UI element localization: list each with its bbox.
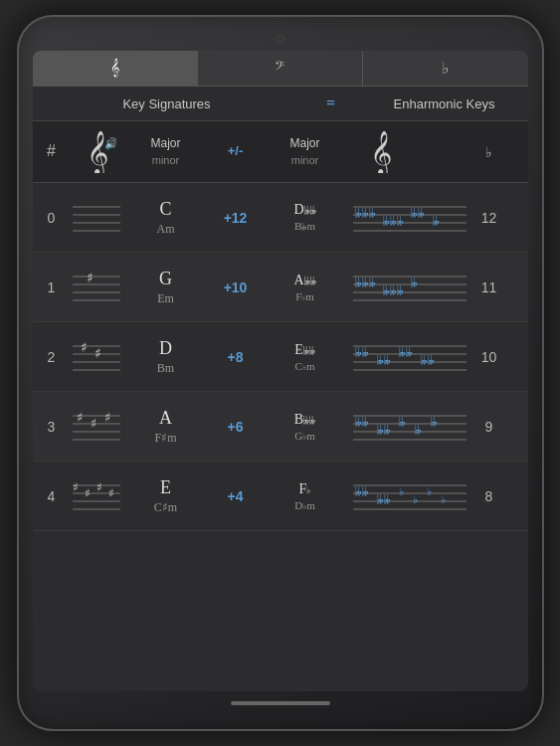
key-name: D Bm: [126, 338, 206, 376]
svg-text:𝄫𝄫: 𝄫𝄫: [355, 485, 369, 497]
sharps-count: 2: [37, 349, 67, 365]
svg-text:𝄫𝄫: 𝄫𝄫: [355, 416, 369, 428]
svg-text:𝄫𝄫: 𝄫𝄫: [377, 354, 391, 366]
svg-text:𝄫𝄫𝄫: 𝄫𝄫𝄫: [383, 215, 404, 227]
enharmonic-staff: 𝄫𝄫𝄫 𝄫𝄫𝄫 𝄫𝄫 𝄫: [345, 199, 474, 237]
offset: +4: [206, 488, 266, 504]
staff-area: ♯: [67, 267, 126, 308]
enh-staff-col-header: 𝄞: [345, 127, 474, 176]
enharmonic-name: D𝄫𝄫 B𝄫m: [266, 202, 345, 233]
enharmonic-name: E𝄫𝄫 C♭m: [266, 342, 345, 372]
tab-bar: 𝄞 𝄢 ♭: [33, 51, 528, 87]
svg-text:𝄫𝄫: 𝄫𝄫: [421, 354, 435, 366]
svg-text:𝄫𝄫: 𝄫𝄫: [377, 493, 391, 505]
tab-bass-flat[interactable]: ♭: [363, 51, 527, 86]
svg-text:♯: ♯: [81, 340, 88, 355]
key-name: A F♯m: [126, 408, 206, 446]
sharps-count: 3: [37, 419, 67, 435]
offset: +10: [206, 280, 266, 295]
staff-area: [67, 197, 126, 239]
ipad-device: 𝄞 𝄢 ♭ Key Signatures = Enharmonic Keys: [17, 15, 544, 731]
staff-area: ♯ ♯: [67, 336, 126, 378]
svg-text:𝄞: 𝄞: [370, 130, 392, 173]
enharmonic-staff: 𝄫𝄫𝄫 𝄫𝄫𝄫 𝄫: [345, 269, 474, 306]
flats-count: 10: [474, 349, 504, 365]
svg-text:♭: ♭: [441, 493, 446, 505]
flats-count: 8: [474, 488, 504, 504]
sharp-col-header: #: [37, 141, 67, 162]
enharmonic-name: A𝄫𝄫 F♭m: [266, 273, 345, 302]
column-headers: # 𝄞 🔊 Major minor +/-: [33, 121, 528, 183]
offset: +12: [206, 210, 266, 226]
svg-text:♭: ♭: [427, 485, 432, 497]
key-name: C Am: [126, 199, 206, 237]
section-header: Key Signatures = Enharmonic Keys: [33, 87, 528, 121]
tab-treble[interactable]: 𝄞: [33, 51, 198, 86]
staff-svg: ♯ ♯ ♯: [69, 408, 124, 446]
svg-text:𝄫𝄫𝄫: 𝄫𝄫𝄫: [355, 277, 376, 288]
svg-text:♯: ♯: [91, 416, 96, 431]
flat-col-header: ♭: [474, 143, 504, 161]
home-indicator[interactable]: [231, 701, 330, 705]
key-name: G Em: [126, 269, 206, 306]
enh-treble-clef-icon: 𝄞: [360, 127, 460, 173]
equals-label: =: [301, 94, 361, 112]
treble-clef-icon[interactable]: 𝄞 🔊: [77, 127, 116, 173]
enharmonic-name: B𝄫𝄫 G♭m: [266, 412, 345, 442]
major-minor-col-header: Major minor: [126, 136, 206, 168]
offset: +6: [206, 419, 266, 435]
enh-staff-svg: 𝄫𝄫 𝄫𝄫 𝄫 𝄫 𝄫: [351, 408, 468, 446]
sharps-count: 1: [37, 280, 67, 295]
svg-text:𝄫: 𝄫: [411, 277, 418, 288]
svg-text:♯: ♯: [96, 480, 102, 494]
svg-text:♯: ♯: [108, 486, 114, 500]
svg-text:𝄫𝄫: 𝄫𝄫: [411, 207, 425, 219]
enh-staff-svg: 𝄫𝄫𝄫 𝄫𝄫𝄫 𝄫: [351, 269, 468, 306]
key-name: E C♯m: [126, 477, 206, 515]
svg-text:🔊: 🔊: [104, 136, 116, 150]
table-row: 3 ♯ ♯ ♯ A F♯m: [33, 392, 528, 462]
screen: 𝄞 𝄢 ♭ Key Signatures = Enharmonic Keys: [33, 51, 528, 691]
svg-text:♯: ♯: [85, 486, 91, 500]
svg-text:𝄫𝄫: 𝄫𝄫: [355, 346, 369, 358]
offset: +8: [206, 349, 266, 365]
offset-col-header: +/-: [206, 143, 266, 160]
camera: [277, 35, 284, 43]
main-content: Key Signatures = Enharmonic Keys # 𝄞: [33, 87, 528, 691]
enh-major-minor-col-header: Major minor: [266, 136, 345, 168]
svg-text:♭: ♭: [413, 493, 418, 505]
svg-text:𝄫𝄫𝄫: 𝄫𝄫𝄫: [355, 207, 376, 219]
staff-area: ♯ ♯ ♯: [67, 406, 126, 448]
enh-staff-svg: 𝄫𝄫𝄫 𝄫𝄫𝄫 𝄫𝄫 𝄫: [351, 199, 468, 237]
svg-text:𝄫𝄫𝄫: 𝄫𝄫𝄫: [383, 284, 404, 296]
enh-staff-svg: 𝄫𝄫 𝄫𝄫 ♭ ♭ ♭ ♭: [351, 477, 468, 515]
svg-text:♯: ♯: [77, 410, 83, 425]
enharmonic-staff: 𝄫𝄫 𝄫𝄫 ♭ ♭ ♭ ♭: [345, 477, 474, 515]
enharmonic-name: F♭ D♭m: [266, 481, 345, 511]
staff-svg: ♯ ♯: [69, 338, 124, 376]
svg-text:♯: ♯: [104, 410, 110, 425]
data-rows: 0 C Am +12 D�: [33, 183, 528, 691]
key-signatures-label: Key Signatures: [33, 94, 301, 112]
flats-count: 9: [474, 419, 504, 435]
svg-text:♭: ♭: [399, 485, 404, 497]
flats-count: 12: [474, 210, 504, 226]
svg-text:♯: ♯: [73, 480, 79, 494]
tab-bass-b[interactable]: 𝄢: [198, 51, 363, 86]
svg-text:𝄫𝄫: 𝄫𝄫: [377, 424, 391, 436]
staff-svg: [69, 199, 124, 237]
table-row: 1 ♯ G Em +10: [33, 253, 528, 322]
svg-text:𝄫: 𝄫: [415, 424, 422, 436]
enh-staff-svg: 𝄫𝄫 𝄫𝄫 𝄫𝄫 𝄫𝄫: [351, 338, 468, 376]
table-row: 4 ♯ ♯ ♯ ♯ E: [33, 462, 528, 531]
enharmonic-staff: 𝄫𝄫 𝄫𝄫 𝄫𝄫 𝄫𝄫: [345, 338, 474, 376]
enharmonic-staff: 𝄫𝄫 𝄫𝄫 𝄫 𝄫 𝄫: [345, 408, 474, 446]
staff-svg: ♯ ♯ ♯ ♯: [69, 477, 124, 515]
svg-text:𝄫: 𝄫: [399, 416, 406, 428]
staff-col-header: 𝄞 🔊: [67, 127, 126, 176]
svg-text:𝄫𝄫: 𝄫𝄫: [399, 346, 413, 358]
svg-text:♯: ♯: [94, 346, 101, 361]
svg-text:𝄫: 𝄫: [433, 215, 440, 227]
staff-area: ♯ ♯ ♯ ♯: [67, 475, 126, 517]
enharmonic-keys-label: Enharmonic Keys: [361, 94, 528, 112]
